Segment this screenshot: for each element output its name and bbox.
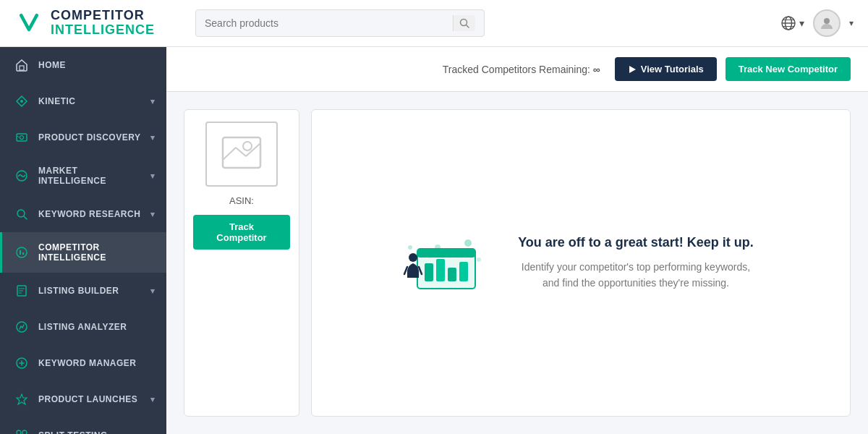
body-layout: HOME KINETIC ▾ PRODUCT DISCOVERY ▾: [0, 47, 868, 434]
tracked-info: Tracked Competitors Remaining: ∞: [443, 64, 600, 75]
main-content: Tracked Competitors Remaining: ∞ View Tu…: [166, 47, 868, 434]
svg-rect-39: [448, 268, 456, 281]
main-toolbar: Tracked Competitors Remaining: ∞ View Tu…: [166, 47, 868, 92]
svg-rect-37: [425, 263, 433, 281]
kinetic-chevron: ▾: [150, 97, 156, 106]
kinetic-icon: [14, 93, 30, 109]
sidebar-item-listing-analyzer[interactable]: LISTING ANALYZER: [0, 309, 166, 345]
sidebar-item-home[interactable]: HOME: [0, 47, 166, 83]
keyword-icon: [14, 206, 30, 222]
sidebar-item-split-testing[interactable]: SPLIT TESTING: [0, 417, 166, 434]
sidebar: HOME KINETIC ▾ PRODUCT DISCOVERY ▾: [0, 47, 166, 434]
header-right: ▾ ▾: [780, 9, 854, 37]
svg-rect-10: [17, 134, 27, 141]
info-description: Identify your competitor's top performin…: [513, 259, 759, 292]
keyword-manager-icon: [14, 355, 30, 371]
brand-top: COMPETITOR: [51, 9, 155, 23]
sidebar-item-kinetic[interactable]: KINETIC ▾: [0, 83, 166, 119]
svg-line-42: [404, 267, 407, 274]
svg-line-1: [467, 25, 469, 28]
logo-icon: [14, 9, 43, 38]
sidebar-item-competitor-intelligence[interactable]: COMPETITOR INTELLIGENCE: [0, 232, 166, 273]
discovery-icon: [14, 129, 30, 145]
svg-point-11: [20, 136, 24, 140]
svg-point-45: [464, 239, 472, 247]
tracked-label: Tracked Competitors Remaining:: [443, 64, 590, 75]
search-input[interactable]: [205, 17, 447, 29]
listing-analyzer-icon: [14, 319, 30, 335]
search-button[interactable]: [453, 15, 475, 31]
svg-line-31: [223, 148, 236, 160]
launches-icon: [14, 391, 30, 407]
svg-point-9: [20, 100, 23, 103]
asin-label: ASIN:: [229, 195, 254, 206]
listing-builder-chevron: ▾: [150, 286, 156, 296]
svg-rect-40: [459, 262, 468, 281]
split-icon: [14, 427, 30, 434]
info-illustration: [403, 227, 490, 299]
svg-point-25: [22, 430, 27, 434]
tracked-value: ∞: [593, 64, 600, 75]
svg-point-7: [824, 18, 830, 24]
market-chevron: ▾: [150, 171, 156, 181]
svg-point-46: [477, 258, 481, 262]
competitor-icon: [14, 244, 30, 260]
brand-name: COMPETITOR INTELLIGENCE: [51, 9, 155, 38]
avatar-chevron[interactable]: ▾: [849, 18, 854, 28]
svg-rect-36: [417, 249, 475, 258]
sidebar-item-keyword-manager[interactable]: KEYWORD MANAGER: [0, 345, 166, 381]
logo-area: COMPETITOR INTELLIGENCE: [14, 9, 181, 38]
svg-rect-38: [436, 259, 445, 281]
launches-chevron: ▾: [150, 395, 156, 404]
svg-rect-8: [20, 66, 24, 70]
brand-bottom: INTELLIGENCE: [51, 23, 155, 38]
top-header: COMPETITOR INTELLIGENCE ▾: [0, 0, 868, 47]
info-panel: You are off to a great start! Keep it up…: [311, 109, 851, 417]
sidebar-item-product-launches[interactable]: PRODUCT LAUNCHES ▾: [0, 381, 166, 417]
info-text: You are off to a great start! Keep it up…: [513, 235, 759, 292]
market-icon: [14, 168, 30, 184]
keyword-research-chevron: ▾: [150, 210, 156, 219]
info-title: You are off to a great start! Keep it up…: [513, 235, 759, 250]
svg-point-47: [408, 245, 412, 250]
svg-line-15: [24, 216, 27, 219]
listing-builder-icon: [14, 283, 30, 299]
sidebar-item-market-intelligence[interactable]: MARKET INTELLIGENCE ▾: [0, 156, 166, 196]
globe-button[interactable]: ▾: [780, 15, 804, 31]
svg-point-44: [435, 244, 441, 250]
discovery-chevron: ▾: [150, 133, 156, 142]
search-bar: [195, 9, 485, 37]
svg-line-12: [17, 136, 20, 137]
main-body: ASIN: Track Competitor: [166, 92, 868, 434]
sidebar-item-keyword-research[interactable]: KEYWORD RESEARCH ▾: [0, 196, 166, 232]
sidebar-item-listing-builder[interactable]: LISTING BUILDER ▾: [0, 273, 166, 309]
svg-marker-29: [629, 66, 636, 73]
product-image-placeholder: [205, 122, 278, 187]
home-icon: [14, 57, 30, 73]
svg-point-16: [17, 247, 27, 258]
svg-point-24: [17, 430, 21, 434]
globe-chevron: ▾: [799, 17, 804, 29]
track-new-competitor-button[interactable]: Track New Competitor: [726, 57, 851, 81]
asin-area: ASIN:: [229, 195, 254, 206]
svg-point-34: [243, 142, 252, 150]
track-competitor-button[interactable]: Track Competitor: [193, 215, 290, 250]
info-content: You are off to a great start! Keep it up…: [403, 227, 759, 299]
avatar-button[interactable]: [813, 9, 841, 37]
svg-marker-23: [17, 394, 27, 404]
sidebar-item-product-discovery[interactable]: PRODUCT DISCOVERY ▾: [0, 119, 166, 156]
product-card: ASIN: Track Competitor: [184, 109, 299, 417]
svg-point-41: [409, 253, 417, 262]
view-tutorials-button[interactable]: View Tutorials: [615, 57, 717, 81]
